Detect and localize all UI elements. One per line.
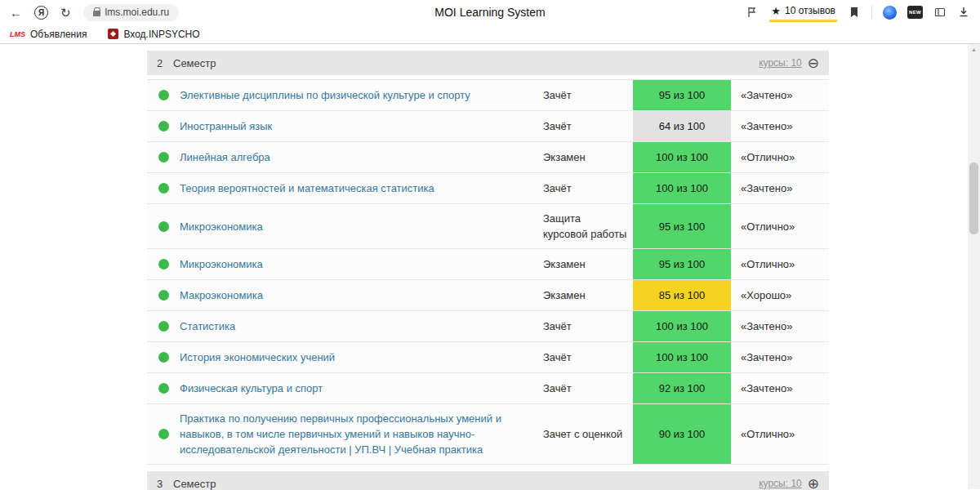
status-dot-cell	[147, 311, 180, 341]
collapse-icon[interactable]: ⊖	[808, 56, 819, 70]
assessment-type: Защита курсовой работы	[543, 204, 633, 248]
course-link[interactable]: Линейная алгебра	[180, 149, 270, 165]
assessment-type: Зачёт	[543, 80, 633, 110]
grade-text: «Зачтено»	[731, 342, 829, 372]
status-dot-cell	[147, 173, 180, 203]
grade-text: «Зачтено»	[731, 311, 829, 341]
status-dot-cell	[147, 342, 180, 372]
grade-text: «Зачтено»	[731, 80, 829, 110]
course-rows: Элективные дисциплины по физической куль…	[147, 79, 829, 465]
score-badge: 100 из 100	[633, 311, 731, 341]
course-link[interactable]: Микроэкономика	[180, 256, 263, 272]
score-badge: 100 из 100	[633, 342, 731, 372]
course-name-cell: Практика по получению первичных професси…	[180, 404, 543, 464]
lms-logo-icon: LMS	[10, 30, 25, 38]
semester-header-right: курсы: 10 ⊖	[759, 56, 819, 70]
status-dot-icon	[158, 259, 169, 270]
status-dot-cell	[147, 249, 180, 279]
assessment-type: Экзамен	[543, 280, 633, 310]
course-link[interactable]: Микроэкономика	[180, 219, 263, 234]
scrollbar[interactable]: ▲	[968, 44, 980, 489]
toolbar-right-group: ★ 10 отзывов NEW	[746, 3, 970, 22]
course-name-cell: Микроэкономика	[180, 249, 543, 279]
expand-icon[interactable]: ⊕	[808, 477, 819, 490]
status-dot-cell	[147, 373, 180, 403]
back-icon[interactable]: ←	[10, 7, 22, 19]
assessment-type: Зачёт	[543, 342, 633, 372]
status-dot-icon	[158, 429, 169, 439]
course-name-cell: Статистика	[180, 311, 543, 341]
score-badge: 100 из 100	[633, 142, 731, 172]
page-content: 2 Семестр курсы: 10 ⊖ Элективные дисципл…	[0, 44, 980, 489]
course-name-cell: Макроэкономика	[180, 280, 543, 310]
grade-text: «Зачтено»	[731, 111, 829, 141]
course-name-cell: Элективные дисциплины по физической куль…	[180, 80, 543, 110]
extension-new-icon[interactable]: NEW	[907, 6, 923, 19]
yandex-logo-icon[interactable]: Я	[34, 6, 48, 20]
assessment-type: Зачёт	[543, 173, 633, 203]
courses-count-link[interactable]: курсы: 10	[759, 478, 802, 489]
refresh-icon[interactable]: ↻	[60, 7, 71, 19]
scroll-up-icon[interactable]: ▲	[968, 47, 980, 52]
score-badge: 64 из 100	[633, 111, 731, 141]
status-dot-cell	[147, 404, 180, 464]
assessment-type: Зачёт	[543, 311, 633, 341]
download-icon[interactable]	[957, 6, 970, 19]
course-name-cell: Линейная алгебра	[180, 142, 543, 172]
status-dot-icon	[158, 121, 169, 131]
course-link[interactable]: Физическая культура и спорт	[180, 381, 323, 396]
url-text: lms.moi.edu.ru	[105, 7, 170, 18]
course-name-cell: Микроэкономика	[180, 204, 543, 248]
semester-3-header: 3 Семестр курсы: 10 ⊕	[147, 471, 829, 490]
bookmark-item-announcements[interactable]: LMS Объявления	[10, 29, 87, 40]
semester-number: 2	[157, 57, 173, 69]
semester-header-right: курсы: 10 ⊕	[759, 477, 819, 490]
course-link[interactable]: Статистика	[180, 318, 235, 334]
grade-text: «Отлично»	[731, 404, 829, 464]
collections-flag-icon[interactable]	[746, 6, 759, 19]
status-dot-icon	[158, 352, 169, 363]
course-row: Микроэкономика Защита курсовой работы 95…	[147, 204, 829, 249]
course-link[interactable]: Элективные дисциплины по физической куль…	[180, 87, 470, 103]
score-badge: 95 из 100	[633, 80, 731, 110]
course-row: История экономических учений Зачёт 100 и…	[147, 342, 829, 373]
course-link[interactable]: Макроэкономика	[180, 287, 263, 303]
reviews-button[interactable]: ★ 10 отзывов	[769, 3, 837, 22]
scrollbar-thumb[interactable]	[969, 163, 978, 234]
course-row: Микроэкономика Экзамен 95 из 100 «Отличн…	[147, 249, 829, 280]
course-name-cell: История экономических учений	[180, 342, 543, 372]
bookmark-item-inpsycho[interactable]: Вход.INPSYCHO	[108, 29, 199, 40]
course-link[interactable]: Иностранный язык	[180, 118, 272, 134]
score-badge: 95 из 100	[633, 249, 731, 279]
course-link[interactable]: Практика по получению первичных професси…	[180, 411, 532, 457]
course-row: Теория вероятностей и математическая ста…	[147, 173, 829, 204]
course-row: Линейная алгебра Экзамен 100 из 100 «Отл…	[147, 142, 829, 173]
address-bar[interactable]: lms.moi.edu.ru	[83, 4, 180, 21]
grades-table: 2 Семестр курсы: 10 ⊖ Элективные дисципл…	[147, 44, 829, 490]
course-link[interactable]: Теория вероятностей и математическая ста…	[180, 180, 434, 196]
course-row: Элективные дисциплины по физической куль…	[147, 80, 829, 111]
sidebar-panel-icon[interactable]	[933, 6, 947, 19]
score-badge: 92 из 100	[633, 373, 731, 403]
course-row: Физическая культура и спорт Зачёт 92 из …	[147, 373, 829, 404]
grade-text: «Отлично»	[731, 204, 829, 248]
courses-count-link[interactable]: курсы: 10	[759, 57, 802, 69]
semester-title: Семестр	[173, 57, 216, 69]
bookmark-label: Объявления	[30, 29, 87, 40]
course-link[interactable]: История экономических учений	[180, 350, 335, 365]
assessment-type: Экзамен	[543, 142, 633, 172]
extension-browser-icon[interactable]	[883, 6, 897, 20]
bookmark-label: Вход.INPSYCHO	[123, 29, 199, 40]
course-name-cell: Иностранный язык	[180, 111, 543, 141]
course-name-cell: Теория вероятностей и математическая ста…	[180, 173, 543, 203]
status-dot-icon	[158, 383, 169, 394]
bookmark-icon[interactable]	[848, 6, 861, 19]
course-name-cell: Физическая культура и спорт	[180, 373, 543, 403]
semester-number: 3	[157, 478, 173, 490]
assessment-type: Зачет с оценкой	[543, 404, 633, 464]
score-badge: 90 из 100	[633, 404, 731, 464]
semester-title: Семестр	[173, 478, 216, 490]
assessment-type: Экзамен	[543, 249, 633, 279]
score-badge: 85 из 100	[633, 280, 731, 310]
status-dot-cell	[147, 204, 180, 248]
